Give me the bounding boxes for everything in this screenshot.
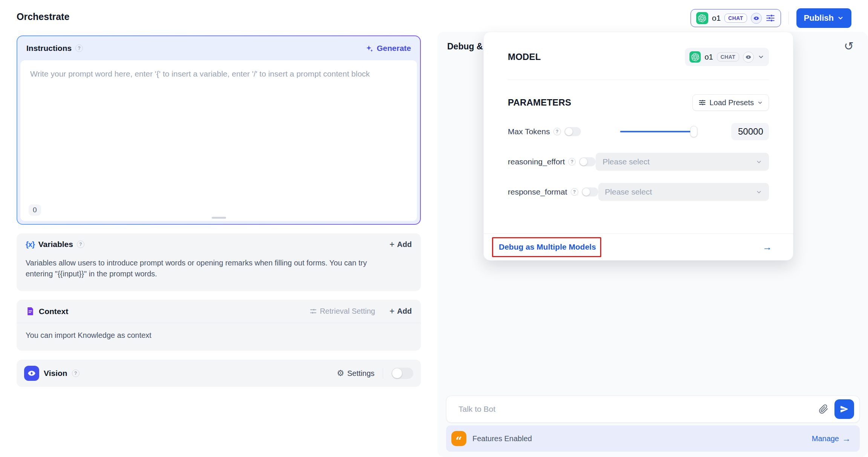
- response-format-select[interactable]: Please select: [598, 183, 769, 201]
- quote-icon: “: [451, 431, 466, 446]
- param-label: response_format: [508, 187, 567, 196]
- model-parameters-icon[interactable]: [766, 13, 775, 23]
- context-section: Context Retrieval Setting + Add You can …: [17, 300, 421, 351]
- add-context-button[interactable]: + Add: [390, 307, 412, 316]
- vision-divider: [383, 368, 383, 379]
- vision-section: Vision ? ⚙ Settings: [17, 360, 421, 387]
- param-row-reasoning-effort: reasoning_effort ? Please select: [508, 152, 769, 171]
- param-row-max-tokens: Max Tokens ? 50000: [508, 122, 769, 141]
- debug-multiple-models-link[interactable]: Debug as Multiple Models: [499, 242, 596, 252]
- variables-header: {x} Variables ? + Add: [17, 233, 421, 255]
- manage-button[interactable]: Manage →: [812, 434, 851, 443]
- popover-footer: Debug as Multiple Models →: [484, 233, 793, 260]
- presets-tune-icon: [698, 99, 706, 106]
- chevron-down-icon: [837, 15, 844, 21]
- vision-capability-icon: [751, 13, 762, 24]
- chevron-down-icon: [756, 159, 762, 165]
- help-icon[interactable]: ?: [568, 158, 576, 166]
- generate-button[interactable]: Generate: [365, 44, 411, 53]
- openai-logo-icon: [689, 51, 701, 63]
- context-header: Context Retrieval Setting + Add: [17, 300, 421, 323]
- reset-icon[interactable]: ↺: [844, 39, 854, 53]
- openai-logo-icon: [696, 12, 708, 24]
- vision-eye-icon: [24, 366, 39, 381]
- help-icon[interactable]: ?: [77, 241, 84, 248]
- page-title: Orchestrate: [17, 11, 69, 22]
- select-placeholder: Please select: [602, 157, 649, 166]
- add-variable-button[interactable]: + Add: [390, 240, 412, 249]
- chevron-down-icon: [756, 189, 762, 195]
- model-mode-badge: CHAT: [724, 14, 747, 23]
- chat-input-bar: [446, 396, 860, 423]
- help-icon[interactable]: ?: [75, 44, 83, 52]
- chevron-down-icon: [758, 54, 764, 60]
- load-presets-button[interactable]: Load Presets: [692, 94, 769, 111]
- help-icon[interactable]: ?: [553, 128, 561, 135]
- help-icon[interactable]: ?: [72, 370, 79, 377]
- manage-label: Manage: [812, 434, 839, 443]
- chat-input[interactable]: [446, 396, 819, 422]
- chevron-down-icon: [757, 100, 763, 106]
- sparkle-icon: [365, 44, 374, 53]
- paperclip-icon[interactable]: [819, 404, 828, 414]
- variables-title: Variables: [38, 240, 73, 249]
- instructions-editor: 0: [20, 60, 417, 221]
- publish-button[interactable]: Publish: [796, 8, 851, 28]
- model-selector[interactable]: o1 CHAT: [691, 9, 781, 27]
- features-bar: “ Features Enabled Manage →: [446, 425, 860, 452]
- retrieval-setting-label: Retrieval Setting: [320, 307, 375, 316]
- resize-handle[interactable]: [212, 217, 226, 219]
- vision-toggle[interactable]: [391, 368, 413, 379]
- gear-icon: ⚙: [337, 369, 344, 377]
- variables-description: Variables allow users to introduce promp…: [17, 255, 405, 279]
- max-tokens-slider[interactable]: [620, 126, 697, 138]
- char-count-badge: 0: [29, 204, 41, 216]
- select-placeholder: Please select: [605, 187, 652, 196]
- model-parameters-popover: MODEL o1 CHAT PARAMETERS: [483, 32, 793, 261]
- reasoning-effort-select[interactable]: Please select: [596, 153, 769, 171]
- reasoning-effort-toggle[interactable]: [579, 157, 596, 166]
- max-tokens-value-input[interactable]: 50000: [731, 123, 769, 140]
- plus-icon: +: [390, 307, 394, 316]
- response-format-toggle[interactable]: [582, 187, 598, 196]
- arrow-right-icon[interactable]: →: [763, 242, 772, 252]
- model-mode-badge: CHAT: [717, 52, 739, 61]
- popover-model-selector[interactable]: o1 CHAT: [685, 48, 769, 66]
- vision-capability-icon: [743, 52, 754, 63]
- topbar-divider: [789, 12, 789, 25]
- publish-label: Publish: [804, 13, 834, 23]
- model-name: o1: [704, 53, 713, 61]
- param-row-response-format: response_format ? Please select: [508, 182, 769, 201]
- prompt-input[interactable]: [20, 60, 417, 186]
- instructions-title: Instructions: [26, 44, 72, 53]
- slider-thumb[interactable]: [690, 126, 697, 137]
- variables-brace-icon: {x}: [26, 240, 35, 249]
- plus-icon: +: [390, 240, 394, 249]
- parameters-section-title: PARAMETERS: [508, 97, 571, 108]
- param-label: reasoning_effort: [508, 157, 565, 166]
- retrieval-setting-button[interactable]: Retrieval Setting: [310, 307, 375, 316]
- retrieval-tune-icon: [310, 308, 317, 315]
- add-context-label: Add: [397, 307, 412, 316]
- app-root: Orchestrate o1 CHAT Publish Instructions: [0, 0, 868, 457]
- context-title: Context: [39, 307, 68, 316]
- generate-label: Generate: [377, 44, 411, 53]
- variables-section: {x} Variables ? + Add Variables allow us…: [17, 233, 421, 291]
- send-button[interactable]: [834, 399, 854, 419]
- max-tokens-toggle[interactable]: [564, 127, 581, 136]
- model-name: o1: [712, 14, 721, 23]
- add-variable-label: Add: [397, 240, 412, 249]
- param-label: Max Tokens: [508, 127, 550, 136]
- vision-settings-button[interactable]: ⚙ Settings: [337, 369, 374, 378]
- load-presets-label: Load Presets: [709, 98, 754, 107]
- send-icon: [840, 405, 849, 414]
- help-icon[interactable]: ?: [571, 188, 578, 196]
- arrow-right-icon: →: [842, 434, 851, 443]
- features-enabled-label: Features Enabled: [472, 434, 532, 443]
- instructions-panel: Instructions ? Generate 0: [17, 35, 421, 225]
- context-description: You can import Knowledge as context: [17, 323, 405, 341]
- instructions-header: Instructions ? Generate: [17, 36, 420, 60]
- document-icon: [26, 307, 35, 316]
- popover-divider: [508, 80, 769, 80]
- topbar-right: o1 CHAT Publish: [691, 8, 851, 28]
